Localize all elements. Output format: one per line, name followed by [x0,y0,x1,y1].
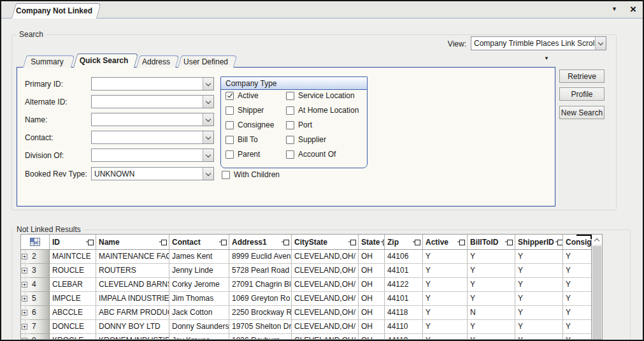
expand-icon[interactable]: + [22,324,27,330]
division-of-combo[interactable] [91,149,214,162]
checkbox-box[interactable] [225,106,234,115]
primary-id-combo[interactable] [91,77,214,91]
checkbox-with-children[interactable]: With Children [222,170,280,179]
combo-dropdown-button[interactable] [203,113,213,126]
combo-dropdown-button[interactable] [203,168,213,180]
row-number[interactable]: 3 [29,264,50,278]
cell[interactable]: Y [515,320,563,333]
cell[interactable]: Y [515,292,563,305]
cell[interactable]: MAINTENANCE FACI [96,250,169,263]
view-combo-dropdown-button[interactable] [595,37,606,50]
profile-button[interactable]: Profile [559,87,605,101]
column-header-billtoid[interactable]: BillToID [468,235,515,249]
cell[interactable]: OH [359,264,385,277]
cell[interactable]: Y [563,264,592,277]
column-header-contact[interactable]: Contact [169,235,229,249]
cell[interactable]: 2250 Brockway R [229,306,292,319]
cell[interactable]: CLEVELAND,OH/ [292,334,359,340]
checkbox-shipper[interactable]: Shipper [225,106,264,115]
vertical-scrollbar[interactable] [591,235,602,339]
checkbox-supplier[interactable]: Supplier [286,135,326,144]
column-header-state[interactable]: State [359,235,385,249]
checkbox-at-home-location[interactable]: At Home Location [286,106,359,115]
cell[interactable]: CLEVELAND,OH/ [292,278,359,291]
table-row[interactable]: + 6 ABCCLEABC FARM PRODUCTJack Cotton225… [21,306,602,320]
cell[interactable]: Y [468,264,515,277]
expand-icon[interactable]: + [22,268,27,273]
checkbox-box[interactable] [225,136,234,144]
cell[interactable]: Y [423,320,468,333]
cell[interactable]: Y [563,306,592,319]
cell[interactable]: 44101 [385,264,423,277]
expand-icon[interactable]: + [22,310,27,316]
scrollbar-thumb[interactable] [592,246,601,339]
cell[interactable]: 44106 [385,250,423,263]
tab-user-defined[interactable]: User Defined [178,55,234,68]
cell[interactable]: ABC FARM PRODUCT [96,306,169,319]
cell[interactable]: Y [468,334,515,340]
scroll-up-button[interactable] [592,235,602,245]
expand-icon[interactable]: + [22,282,27,287]
pin-icon[interactable] [413,239,420,245]
checkbox-bill-to[interactable]: Bill To [225,135,258,144]
column-header-address1[interactable]: Address1 [229,235,292,249]
cell[interactable]: OH [359,292,385,305]
checkbox-box[interactable] [286,121,294,129]
cell[interactable]: Corky Jerome [169,278,229,291]
table-row[interactable]: + 2 MAINTCLEMAINTENANCE FACIJames Kent89… [21,250,602,264]
table-row[interactable]: + 8 KROCLEKRONEM INDUSTIREJay Krause1836… [21,334,602,340]
cell[interactable]: 1836 Reyburn [229,334,292,340]
cell[interactable]: Jim Thomas [169,292,229,305]
new-search-button[interactable]: New Search [559,106,605,119]
cell[interactable]: 5728 Pearl Road [229,264,292,277]
combo-dropdown-button[interactable] [203,149,213,161]
checkbox-box[interactable] [286,106,294,115]
cell[interactable]: 44101 [385,292,423,305]
expand-icon[interactable]: + [22,338,27,340]
tab-address[interactable]: Address [136,55,176,68]
cell[interactable]: OH [359,320,385,333]
column-header-name[interactable]: Name [96,235,169,249]
cell[interactable]: 8999 Euclid Aven [229,250,292,263]
pin-icon[interactable] [505,239,513,245]
cell[interactable]: Y [515,334,563,340]
pin-icon[interactable] [348,239,356,245]
checkbox-box[interactable] [286,136,294,144]
cell[interactable]: 44119 [385,334,423,340]
close-icon[interactable]: × [630,2,636,17]
cell[interactable]: CLEVELAND BARNS [96,278,169,291]
cell[interactable]: Y [468,320,515,333]
cell[interactable]: Y [423,292,468,305]
checkbox-box[interactable] [225,150,234,159]
cell[interactable]: OH [359,334,385,340]
cell[interactable]: OH [359,278,385,291]
cell[interactable]: Y [515,278,563,291]
table-row[interactable]: + 3 ROUCLEROUTERSJenny Linde5728 Pearl R… [21,264,602,278]
checkbox-box[interactable] [222,171,230,179]
checkbox-box[interactable] [225,92,234,100]
pin-icon[interactable] [219,239,227,245]
row-number[interactable]: 4 [29,278,50,292]
row-number[interactable]: 6 [29,306,50,320]
table-row[interactable]: + 4 CLEBARCLEVELAND BARNSCorky Jerome270… [21,278,602,292]
checkbox-port[interactable]: Port [286,120,312,129]
expand-icon[interactable]: + [22,296,27,301]
cell[interactable]: Y [423,278,468,291]
cell[interactable]: Jay Krause [169,334,229,340]
pin-icon[interactable] [159,239,167,245]
row-number[interactable]: 7 [29,320,50,334]
contact-combo[interactable] [91,131,214,144]
cell[interactable]: N [468,306,515,319]
cell[interactable]: Y [423,264,468,277]
checkbox-account-of[interactable]: Account Of [286,150,336,159]
cell[interactable]: CLEVELAND,OH/ [292,306,359,319]
cell[interactable]: IMPALA INDUSTRIES [96,292,169,305]
column-header-active[interactable]: Active [423,235,468,249]
cell[interactable]: CLEVELAND,OH/ [292,292,359,305]
cell[interactable]: 44122 [385,278,423,291]
cell[interactable]: Donny Saunders [169,320,229,333]
name-combo[interactable] [91,113,214,126]
combo-dropdown-button[interactable] [203,78,213,90]
cell[interactable]: OH [359,250,385,263]
cell[interactable]: DONNY BOY LTD [96,320,169,333]
